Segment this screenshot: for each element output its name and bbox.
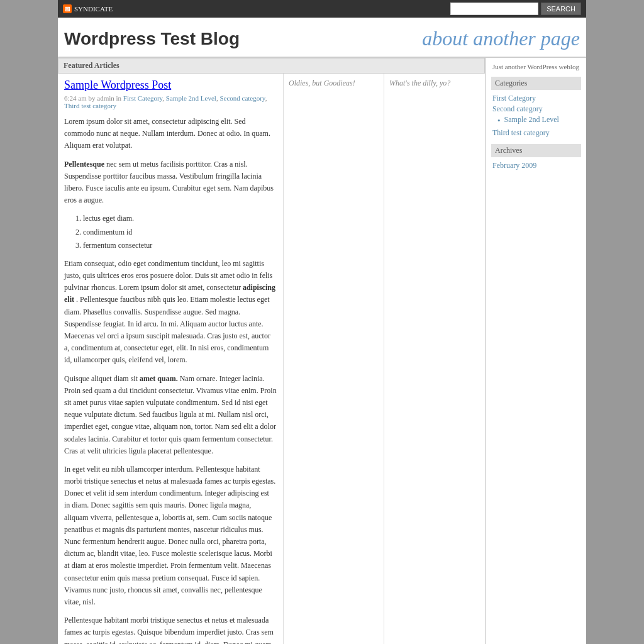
post-bold-3: amet quam. — [140, 374, 178, 383]
syndicate-link[interactable]: ▨ SYNDICATE — [63, 4, 113, 13]
featured-bar: Featured Articles — [58, 58, 485, 74]
list-item: lectus eget diam. — [83, 213, 277, 225]
three-col: Sample Wordpress Post 6:24 am by admin i… — [58, 74, 485, 644]
list-item: condimentum id — [83, 226, 277, 238]
site-title: Wordpress Test Blog — [64, 29, 240, 49]
sidebar-subcat-bullet: • Sample 2nd Level — [491, 115, 581, 126]
syndicate-label: SYNDICATE — [74, 5, 113, 13]
right-sidebar: Just another WordPress weblog Categories… — [486, 58, 586, 644]
search-input[interactable] — [450, 3, 538, 15]
post-para-3-before: Etiam consequat, odio eget condimentum t… — [64, 259, 272, 292]
post: Sample Wordpress Post 6:24 am by admin i… — [64, 79, 277, 644]
post-title-link[interactable]: Sample Wordpress Post — [64, 79, 171, 91]
post-cat-link-3[interactable]: Second category — [219, 94, 265, 102]
post-para-2: Pellentesque nec sem ut metus facilisis … — [64, 158, 277, 207]
sidebar-sub-2nd-level[interactable]: Sample 2nd Level — [501, 115, 559, 125]
post-para-5: In eget velit eu nibh ullamcorper interd… — [64, 464, 277, 608]
post-title: Sample Wordpress Post — [64, 79, 277, 92]
post-meta-text: 6:24 am by admin in — [64, 94, 121, 102]
post-para-4-after: Nam ornare. Integer lacinia. Proin sed q… — [64, 374, 277, 455]
oldies-header: Oldies, but Goodieas! — [289, 79, 379, 88]
post-content: Lorem ipsum dolor sit amet, consectetur … — [64, 116, 277, 644]
header: Wordpress Test Blog about another page — [58, 18, 586, 58]
post-para-4: Quisque aliquet diam sit amet quam. Nam … — [64, 373, 277, 457]
list-item: fermentum consectetur — [83, 240, 277, 252]
whats-header: What's the dilly, yo? — [389, 79, 480, 88]
search-button[interactable]: SEARCH — [541, 3, 581, 15]
post-para-1: Lorem ipsum dolor sit amet, consectetur … — [64, 116, 277, 152]
post-list: lectus eget diam. condimentum id ferment… — [83, 213, 277, 252]
sidebar-cat-second[interactable]: Second category — [491, 104, 581, 114]
post-para-6: Pellentesque habitant morbi tristique se… — [64, 614, 277, 644]
rss-icon: ▨ — [63, 4, 72, 13]
oldies-column: Oldies, but Goodieas! — [284, 74, 384, 644]
post-para-4-before: Quisque aliquet diam sit — [64, 374, 138, 383]
whats-column: What's the dilly, yo? — [384, 74, 485, 644]
post-meta: 6:24 am by admin in First Category, Samp… — [64, 94, 277, 109]
post-bold-1: Pellentesque — [64, 160, 104, 169]
topbar: ▨ SYNDICATE SEARCH — [58, 0, 586, 18]
search-form: SEARCH — [450, 3, 581, 15]
main-column: Sample Wordpress Post 6:24 am by admin i… — [58, 74, 284, 644]
sidebar-cat-first[interactable]: First Category — [491, 94, 581, 103]
archives-header: Archives — [491, 144, 581, 157]
sidebar-cat-third[interactable]: Third test category — [491, 128, 581, 138]
main-layout: Featured Articles Sample Wordpress Post … — [58, 58, 586, 644]
featured-bar-label: Featured Articles — [64, 61, 119, 70]
post-para-3: Etiam consequat, odio eget condimentum t… — [64, 258, 277, 367]
page-title: about another page — [422, 27, 580, 50]
post-cat-link-4[interactable]: Third test category — [64, 102, 116, 109]
post-para-3-after: . Pellentesque faucibus nibh quis leo. E… — [64, 295, 270, 364]
post-cat-link-1[interactable]: First Category — [123, 94, 163, 102]
post-cat-link-2[interactable]: Sample 2nd Level — [166, 94, 216, 102]
sidebar-archive-feb[interactable]: February 2009 — [491, 161, 581, 170]
categories-header: Categories — [491, 77, 581, 90]
sidebar-tagline: Just another WordPress weblog — [491, 63, 581, 70]
content-area: Featured Articles Sample Wordpress Post … — [58, 58, 486, 644]
